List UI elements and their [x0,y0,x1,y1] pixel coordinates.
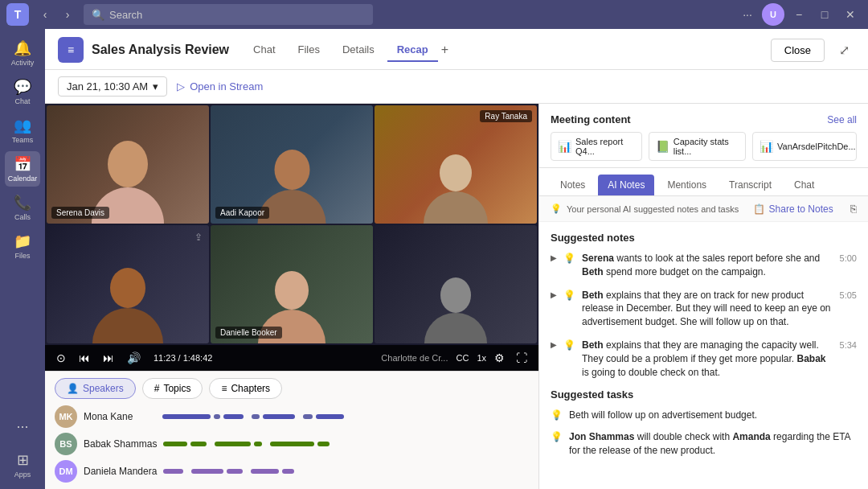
video-controls: ⊙ ⏮ ⏭ 🔊 11:23 / 1:48:42 Charlotte de Cr.… [45,345,538,371]
expand-icon-1[interactable]: ▶ [551,253,557,262]
note-item-3: ▶ 💡 Beth explains that they are managing… [551,339,857,379]
video-area: Serena Davis Aadi Kapoor [45,104,538,371]
meeting-files: 📊 Sales report Q4... 📗 Capacity stats li… [551,132,857,161]
meeting-tabs: Chat Files Details Recap + [244,39,448,62]
speaker-name: Mona Kane [84,411,156,422]
back-button[interactable]: ‹ [35,5,55,24]
expand-icon-3[interactable]: ▶ [551,340,557,349]
teams-icon: 👥 [14,117,31,134]
note-text-1: Serena wants to look at the sales report… [582,252,833,279]
volume-button[interactable]: 🔊 [124,350,144,366]
search-icon: 🔍 [92,9,104,21]
note-bulb-3: 💡 [563,339,575,351]
notes-tabs: Notes AI Notes Mentions Transcript Chat [539,168,868,196]
rewind-button[interactable]: ⏮ [76,350,93,366]
file-item-1[interactable]: 📊 Sales report Q4... [551,132,642,161]
file-item-3[interactable]: 📊 VanArsdelPitchDe... [752,132,857,161]
meeting-title: Sales Analysis Review [92,43,229,57]
left-column: Serena Davis Aadi Kapoor [45,104,538,489]
see-all-button[interactable]: See all [827,114,857,125]
calls-icon: 📞 [14,194,31,212]
sidebar-item-more[interactable]: ··· [5,409,40,444]
list-item: BS Babak Shammas [55,433,529,455]
tab-chat[interactable]: Chat [244,39,285,62]
task-item-2: 💡 Jon Shammas will double check with Ama… [551,430,857,458]
bulb-icon: 💡 [551,203,562,214]
participant-figure-6 [424,277,487,343]
search-bar[interactable]: 🔍 [84,4,373,25]
tab-files[interactable]: Files [289,39,330,62]
participant-name-5: Danielle Booker [215,327,282,339]
sidebar-item-teams[interactable]: 👥 Teams [5,113,40,148]
ppt-icon-2: 📊 [760,140,773,153]
captions-button[interactable]: CC [452,351,472,364]
tab-notes[interactable]: Notes [551,175,595,195]
video-cell-1: Serena Davis [47,105,209,224]
tab-transcript[interactable]: Transcript [719,175,781,195]
file-name-2: Capacity stats list... [674,137,739,156]
tab-chat-panel[interactable]: Chat [784,175,824,195]
sidebar: 🔔 Activity 💬 Chat 👥 Teams 📅 Calendar 📞 C… [0,29,45,489]
close-meeting-button[interactable]: Close [771,39,825,62]
share-notes-label: Share to Notes [769,203,833,215]
chapters-label: Chapters [231,383,270,394]
mc-header: Meeting content See all [551,113,857,125]
note-item-1: ▶ 💡 Serena wants to look at the sales re… [551,252,857,279]
mic-icon: ⊙ [53,350,69,366]
speaker-section: 👤 Speakers # Topics ≡ Chapters [45,371,538,489]
sidebar-item-calendar[interactable]: 📅 Calendar [5,151,40,187]
sidebar-item-files[interactable]: 📁 Files [5,228,40,264]
forward-button[interactable]: › [58,5,77,24]
open-stream-button[interactable]: ▷ Open in Stream [177,80,263,92]
tab-topics[interactable]: # Topics [142,378,203,399]
apps-icon: ⊞ [17,451,29,469]
main-content: ≡ Sales Analysis Review Chat Files Detai… [45,29,868,489]
more-options-button[interactable]: ··· [736,3,759,26]
maximize-button[interactable]: □ [813,3,836,26]
title-bar: T ‹ › 🔍 ··· U − □ ✕ [0,0,868,29]
sidebar-item-apps[interactable]: ⊞ Apps [5,447,40,483]
task-text-1: Beth will follow up on advertisement bud… [569,409,757,422]
note-bulb-1: 💡 [563,253,575,264]
ai-hint: 💡 Your personal AI suggested notes and t… [551,203,739,214]
add-tab-button[interactable]: + [441,43,448,57]
copy-icon: ⎘ [850,203,857,215]
settings-button[interactable]: ⚙ [491,350,508,366]
ai-notes-area[interactable]: 💡 Your personal AI suggested notes and t… [539,196,868,489]
expand-button[interactable]: ⤢ [833,39,855,61]
date-text: Jan 21, 10:30 AM [67,80,148,92]
fullscreen-button[interactable]: ⛶ [513,350,530,366]
file-name-1: Sales report Q4... [575,137,635,156]
ppt-icon: 📊 [558,140,571,153]
task-bulb-1: 💡 [551,409,563,421]
note-bulb-2: 💡 [563,290,575,301]
note-text-3: Beth explains that they are managing the… [582,339,833,379]
task-bulb-2: 💡 [551,431,563,442]
share-notes-button[interactable]: 📋 Share to Notes [753,203,833,215]
suggested-notes-title: Suggested notes [551,232,857,244]
sidebar-item-calls[interactable]: 📞 Calls [5,190,40,225]
sidebar-item-chat[interactable]: 💬 Chat [5,74,40,109]
avatar[interactable]: U [762,3,784,26]
tab-recap[interactable]: Recap [387,39,438,62]
video-cell-3: Ray Tanaka [375,105,537,224]
more-icon: ··· [16,418,28,435]
fast-forward-button[interactable]: ⏭ [100,350,117,366]
right-panel: Meeting content See all 📊 Sales report Q… [538,104,868,489]
sidebar-item-activity[interactable]: 🔔 Activity [5,35,40,71]
search-input[interactable] [109,9,365,21]
participant-figure-4 [92,268,163,343]
date-selector[interactable]: Jan 21, 10:30 AM ▾ [58,76,167,97]
tab-speakers[interactable]: 👤 Speakers [55,378,136,399]
expand-icon-2[interactable]: ▶ [551,290,557,299]
speaker-tabs: 👤 Speakers # Topics ≡ Chapters [55,378,529,399]
list-item: DM Daniela Mandera [55,460,529,483]
minimize-button[interactable]: − [788,3,810,26]
tab-chapters[interactable]: ≡ Chapters [209,378,282,399]
file-item-2[interactable]: 📗 Capacity stats list... [649,132,746,161]
tab-details[interactable]: Details [333,39,384,62]
window-close-button[interactable]: ✕ [839,3,862,26]
participant-name-3: Ray Tanaka [480,110,532,122]
tab-mentions[interactable]: Mentions [657,175,716,195]
tab-ai-notes[interactable]: AI Notes [598,175,654,195]
